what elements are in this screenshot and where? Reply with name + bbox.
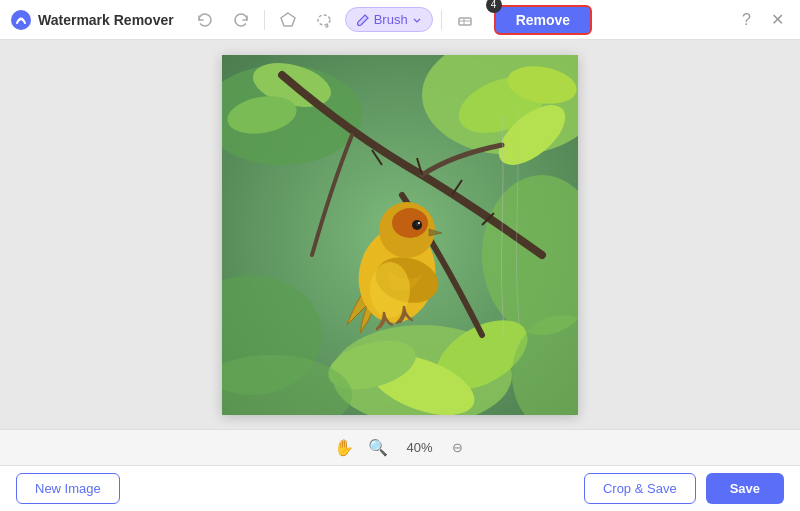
image-container	[222, 55, 578, 415]
undo-button[interactable]	[190, 7, 220, 33]
right-actions: Crop & Save Save	[584, 473, 784, 504]
svg-point-25	[392, 208, 428, 238]
svg-marker-1	[281, 13, 295, 26]
window-controls: ? ✕	[736, 8, 790, 31]
svg-point-2	[318, 15, 330, 25]
help-button[interactable]: ?	[736, 9, 757, 31]
action-bar: New Image Crop & Save Save	[0, 465, 800, 511]
remove-btn-wrapper: 4 Remove	[494, 5, 592, 35]
save-button[interactable]: Save	[706, 473, 784, 504]
svg-point-28	[418, 222, 420, 224]
polygon-tool-button[interactable]	[273, 7, 303, 33]
canvas-area	[0, 40, 800, 429]
zoom-level: 40%	[402, 440, 438, 455]
notification-badge: 4	[486, 0, 502, 13]
app-logo	[10, 9, 32, 31]
separator-1	[264, 10, 265, 30]
close-button[interactable]: ✕	[765, 8, 790, 31]
zoom-bar: ✋ 🔍 40% ⊖	[0, 429, 800, 465]
zoom-out-icon[interactable]: ⊖	[448, 438, 467, 457]
eraser-tool-button[interactable]	[450, 7, 480, 33]
lasso-tool-button[interactable]	[309, 7, 339, 33]
bird-image[interactable]	[222, 55, 578, 415]
separator-2	[441, 10, 442, 30]
redo-button[interactable]	[226, 7, 256, 33]
toolbar: Brush 4 Remove	[190, 5, 736, 35]
brush-label: Brush	[374, 12, 408, 27]
new-image-button[interactable]: New Image	[16, 473, 120, 504]
pan-tool-icon[interactable]: ✋	[334, 438, 354, 457]
app-title: Watermark Remover	[38, 12, 174, 28]
remove-button[interactable]: Remove	[494, 5, 592, 35]
brush-tool-button[interactable]: Brush	[345, 7, 433, 32]
title-bar: Watermark Remover Brush 4 Remove	[0, 0, 800, 40]
zoom-in-icon[interactable]: 🔍	[364, 436, 392, 459]
bird-scene-svg	[222, 55, 578, 415]
crop-save-button[interactable]: Crop & Save	[584, 473, 696, 504]
